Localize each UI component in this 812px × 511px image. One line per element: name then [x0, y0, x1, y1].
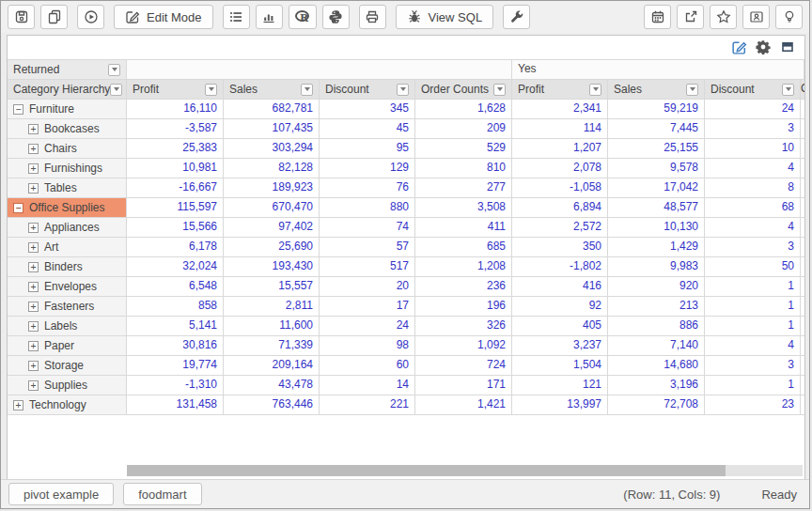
data-cell[interactable]: 114: [512, 119, 608, 139]
data-cell[interactable]: 3,508: [415, 198, 512, 218]
data-cell[interactable]: 405: [512, 317, 608, 336]
data-cell[interactable]: 209: [415, 119, 512, 139]
data-cell[interactable]: 350: [512, 238, 608, 257]
row-label-labels[interactable]: +Labels: [8, 317, 127, 336]
data-cell[interactable]: -1,310: [127, 376, 224, 395]
data-cell[interactable]: 7,445: [608, 119, 705, 139]
data-cell[interactable]: 9,578: [608, 159, 705, 178]
data-cell[interactable]: 25,383: [127, 139, 224, 159]
contacts-button[interactable]: [742, 5, 770, 29]
data-cell[interactable]: 72,708: [608, 395, 705, 415]
data-cell[interactable]: 5,141: [127, 317, 224, 336]
data-cell[interactable]: 4: [705, 218, 801, 238]
category-hierarchy-header[interactable]: Category Hierarchy: [8, 80, 127, 100]
tools-button[interactable]: [503, 5, 530, 29]
hints-button[interactable]: [775, 5, 803, 29]
row-label-office-supplies[interactable]: −Office Supplies: [8, 198, 127, 218]
data-cell[interactable]: 97,402: [224, 218, 320, 238]
chart-view-button[interactable]: [256, 5, 283, 29]
window-view-icon[interactable]: [780, 39, 796, 55]
horizontal-scrollbar-thumb[interactable]: [127, 465, 726, 476]
data-cell[interactable]: 6,178: [127, 238, 224, 257]
data-cell[interactable]: 529: [415, 139, 512, 159]
data-cell[interactable]: 32,024: [127, 257, 224, 277]
expand-icon[interactable]: +: [28, 124, 39, 134]
column-filter-dropdown[interactable]: [397, 84, 409, 96]
measure-header-discount-2[interactable]: Discount: [320, 80, 415, 100]
measure-header-profit-4[interactable]: Profit: [512, 80, 608, 100]
expand-icon[interactable]: +: [28, 183, 39, 194]
data-cell[interactable]: -16,667: [127, 178, 224, 198]
data-cell[interactable]: 50: [705, 257, 801, 277]
data-cell[interactable]: 1,628: [415, 100, 512, 119]
data-cell[interactable]: 8: [705, 178, 801, 198]
expand-icon[interactable]: +: [28, 361, 39, 371]
data-cell[interactable]: 1: [705, 277, 801, 297]
data-cell[interactable]: 221: [320, 395, 415, 415]
column-filter-dropdown[interactable]: [589, 84, 601, 96]
data-cell[interactable]: 4: [705, 336, 801, 356]
row-label-storage[interactable]: +Storage: [8, 356, 127, 376]
data-cell[interactable]: 858: [127, 297, 224, 317]
data-cell[interactable]: 10,981: [127, 159, 224, 178]
data-cell[interactable]: 171: [415, 376, 512, 395]
data-cell[interactable]: 115,597: [127, 198, 224, 218]
data-cell[interactable]: 303,294: [224, 139, 320, 159]
tab-pivot-example[interactable]: pivot example: [8, 483, 114, 505]
list-view-button[interactable]: [223, 5, 250, 29]
data-cell[interactable]: 107,435: [224, 119, 320, 139]
data-cell[interactable]: 6,894: [512, 198, 608, 218]
row-label-technology[interactable]: +Technology: [8, 395, 127, 415]
column-filter-dropdown[interactable]: [686, 84, 698, 96]
expand-icon[interactable]: +: [28, 380, 39, 391]
column-filter-dropdown[interactable]: [108, 64, 120, 76]
data-cell[interactable]: 886: [608, 317, 705, 336]
data-cell[interactable]: 48,577: [608, 198, 705, 218]
data-cell[interactable]: 76: [320, 178, 415, 198]
data-cell[interactable]: 1,208: [415, 257, 512, 277]
data-cell[interactable]: 1,092: [415, 336, 512, 356]
data-cell[interactable]: 131,458: [127, 395, 224, 415]
collapse-icon[interactable]: −: [13, 104, 23, 115]
data-cell[interactable]: -1,058: [512, 178, 608, 198]
data-cell[interactable]: 1,421: [415, 395, 512, 415]
data-cell[interactable]: 25,690: [224, 238, 320, 257]
data-cell[interactable]: 810: [415, 159, 512, 178]
data-cell[interactable]: 82,128: [224, 159, 320, 178]
favorite-button[interactable]: [710, 5, 737, 29]
column-filter-dropdown[interactable]: [782, 84, 794, 96]
expand-icon[interactable]: +: [28, 302, 39, 312]
edit-layout-icon[interactable]: [731, 39, 747, 55]
expand-icon[interactable]: +: [28, 282, 39, 292]
data-cell[interactable]: 45: [320, 119, 415, 139]
data-cell[interactable]: 17,042: [608, 178, 705, 198]
run-button[interactable]: [77, 5, 104, 29]
data-cell[interactable]: 13,997: [512, 395, 608, 415]
data-cell[interactable]: 724: [415, 356, 512, 376]
data-cell[interactable]: 517: [320, 257, 415, 277]
data-cell[interactable]: 3,196: [608, 376, 705, 395]
data-cell[interactable]: 2,078: [512, 159, 608, 178]
data-cell[interactable]: -1,802: [512, 257, 608, 277]
data-cell[interactable]: 1: [705, 376, 801, 395]
data-cell[interactable]: 1,429: [608, 238, 705, 257]
data-cell[interactable]: 3: [705, 119, 801, 139]
data-cell[interactable]: 1,504: [512, 356, 608, 376]
data-cell[interactable]: 345: [320, 100, 415, 119]
data-cell[interactable]: 24: [705, 100, 801, 119]
expand-icon[interactable]: +: [28, 341, 39, 351]
expand-icon[interactable]: +: [28, 223, 39, 233]
data-cell[interactable]: 1: [705, 317, 801, 336]
row-label-chairs[interactable]: +Chairs: [8, 139, 127, 159]
column-group-yes[interactable]: Yes: [512, 60, 804, 80]
data-cell[interactable]: 4: [705, 159, 801, 178]
row-label-furnishings[interactable]: +Furnishings: [8, 159, 127, 178]
row-label-bookcases[interactable]: +Bookcases: [8, 119, 127, 139]
data-cell[interactable]: 682,781: [224, 100, 320, 119]
settings-gear-icon[interactable]: [756, 39, 772, 55]
data-cell[interactable]: 2,341: [512, 100, 608, 119]
expand-icon[interactable]: +: [13, 400, 23, 410]
data-cell[interactable]: 3: [705, 356, 801, 376]
view-sql-button[interactable]: View SQL: [396, 5, 494, 29]
r-script-button[interactable]: R: [289, 5, 317, 29]
